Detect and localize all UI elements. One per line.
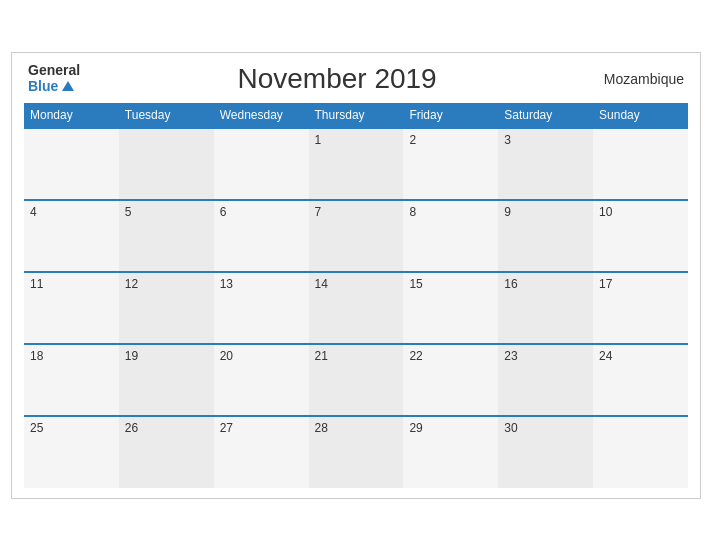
logo-triangle-icon — [62, 81, 74, 91]
calendar-header: General Blue November 2019 Mozambique — [24, 63, 688, 95]
day-cell: 21 — [309, 344, 404, 416]
day-cell: 13 — [214, 272, 309, 344]
logo-general-text: General — [28, 63, 80, 78]
day-cell: 14 — [309, 272, 404, 344]
day-number: 28 — [315, 421, 398, 435]
day-cell — [593, 416, 688, 488]
day-cell: 8 — [403, 200, 498, 272]
header-tuesday: Tuesday — [119, 103, 214, 128]
day-number: 4 — [30, 205, 113, 219]
day-number: 22 — [409, 349, 492, 363]
header-sunday: Sunday — [593, 103, 688, 128]
calendar-container: General Blue November 2019 Mozambique Mo… — [11, 52, 701, 499]
day-cell: 29 — [403, 416, 498, 488]
day-number: 17 — [599, 277, 682, 291]
day-cell — [214, 128, 309, 200]
day-number: 8 — [409, 205, 492, 219]
logo-blue-text: Blue — [28, 79, 58, 94]
day-number: 10 — [599, 205, 682, 219]
day-cell: 5 — [119, 200, 214, 272]
week-row-4: 252627282930 — [24, 416, 688, 488]
week-row-0: 123 — [24, 128, 688, 200]
calendar-grid: Monday Tuesday Wednesday Thursday Friday… — [24, 103, 688, 488]
day-number: 6 — [220, 205, 303, 219]
day-cell: 3 — [498, 128, 593, 200]
day-cell: 4 — [24, 200, 119, 272]
calendar-title: November 2019 — [80, 63, 594, 95]
day-cell: 17 — [593, 272, 688, 344]
day-number: 29 — [409, 421, 492, 435]
day-number: 9 — [504, 205, 587, 219]
day-number: 15 — [409, 277, 492, 291]
day-cell: 22 — [403, 344, 498, 416]
header-saturday: Saturday — [498, 103, 593, 128]
day-cell: 28 — [309, 416, 404, 488]
day-number: 30 — [504, 421, 587, 435]
day-number: 24 — [599, 349, 682, 363]
day-cell — [119, 128, 214, 200]
day-cell: 23 — [498, 344, 593, 416]
day-number: 1 — [315, 133, 398, 147]
day-cell: 6 — [214, 200, 309, 272]
header-wednesday: Wednesday — [214, 103, 309, 128]
day-number: 11 — [30, 277, 113, 291]
week-row-1: 45678910 — [24, 200, 688, 272]
day-number: 16 — [504, 277, 587, 291]
day-cell: 2 — [403, 128, 498, 200]
day-number: 14 — [315, 277, 398, 291]
header-thursday: Thursday — [309, 103, 404, 128]
logo: General Blue — [28, 63, 80, 94]
day-cell: 30 — [498, 416, 593, 488]
day-cell: 18 — [24, 344, 119, 416]
weekday-header-row: Monday Tuesday Wednesday Thursday Friday… — [24, 103, 688, 128]
week-row-3: 18192021222324 — [24, 344, 688, 416]
day-cell: 12 — [119, 272, 214, 344]
day-cell: 16 — [498, 272, 593, 344]
header-monday: Monday — [24, 103, 119, 128]
day-number: 26 — [125, 421, 208, 435]
week-row-2: 11121314151617 — [24, 272, 688, 344]
day-number: 13 — [220, 277, 303, 291]
calendar-region: Mozambique — [594, 71, 684, 87]
day-cell: 20 — [214, 344, 309, 416]
day-number: 20 — [220, 349, 303, 363]
header-friday: Friday — [403, 103, 498, 128]
day-cell: 7 — [309, 200, 404, 272]
day-cell: 27 — [214, 416, 309, 488]
day-cell — [24, 128, 119, 200]
day-cell: 25 — [24, 416, 119, 488]
day-cell: 26 — [119, 416, 214, 488]
day-cell: 11 — [24, 272, 119, 344]
day-number: 21 — [315, 349, 398, 363]
day-cell — [593, 128, 688, 200]
day-cell: 24 — [593, 344, 688, 416]
day-number: 5 — [125, 205, 208, 219]
day-number: 7 — [315, 205, 398, 219]
day-number: 19 — [125, 349, 208, 363]
day-number: 12 — [125, 277, 208, 291]
day-cell: 1 — [309, 128, 404, 200]
day-cell: 9 — [498, 200, 593, 272]
day-cell: 19 — [119, 344, 214, 416]
day-cell: 10 — [593, 200, 688, 272]
day-number: 18 — [30, 349, 113, 363]
day-cell: 15 — [403, 272, 498, 344]
day-number: 3 — [504, 133, 587, 147]
day-number: 25 — [30, 421, 113, 435]
day-number: 23 — [504, 349, 587, 363]
day-number: 27 — [220, 421, 303, 435]
day-number: 2 — [409, 133, 492, 147]
